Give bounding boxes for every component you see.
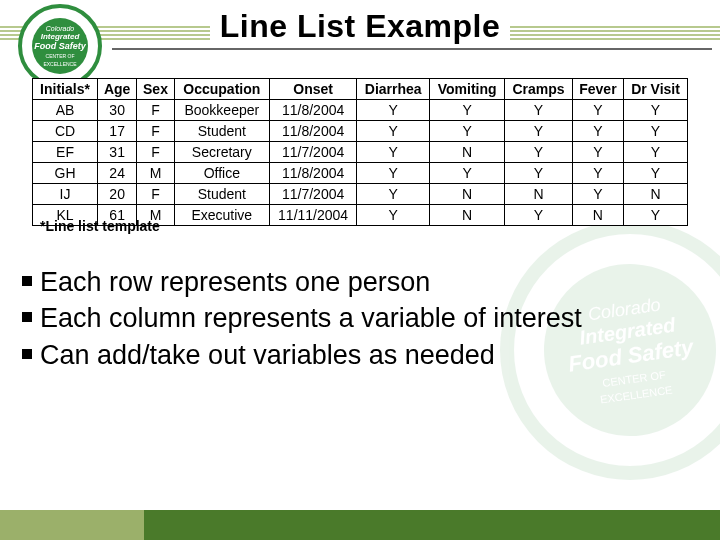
table-cell: Bookkeeper xyxy=(174,100,269,121)
list-item: Each column represents a variable of int… xyxy=(22,300,698,336)
logo-line-3: Food Safety xyxy=(34,41,86,51)
table-cell: Y xyxy=(430,163,505,184)
table-cell: N xyxy=(430,142,505,163)
table-cell: Y xyxy=(572,121,623,142)
table-cell: M xyxy=(137,163,175,184)
table-cell: Y xyxy=(430,100,505,121)
table-cell: 20 xyxy=(98,184,137,205)
bullet-square-icon xyxy=(22,276,32,286)
title-text: Line List Example xyxy=(210,8,511,44)
column-header: Diarrhea xyxy=(357,79,430,100)
table-cell: Y xyxy=(624,205,688,226)
table-cell: Y xyxy=(624,100,688,121)
table-cell: F xyxy=(137,121,175,142)
line-list-table: Initials*AgeSexOccupationOnsetDiarrheaVo… xyxy=(32,78,688,226)
table-cell: Y xyxy=(357,121,430,142)
table-cell: Y xyxy=(624,142,688,163)
table-cell: Y xyxy=(357,184,430,205)
table-cell: Y xyxy=(357,142,430,163)
logo-line-1: Colorado xyxy=(46,25,74,32)
table-cell: Y xyxy=(572,142,623,163)
table-cell: 11/7/2004 xyxy=(269,184,356,205)
logo-line-5: EXCELLENCE xyxy=(43,61,76,67)
table-cell: GH xyxy=(33,163,98,184)
table-cell: Y xyxy=(505,205,573,226)
table-cell: 11/11/2004 xyxy=(269,205,356,226)
column-header: Vomiting xyxy=(430,79,505,100)
table-cell: Y xyxy=(572,184,623,205)
table-row: EF31FSecretary11/7/2004YNYYY xyxy=(33,142,688,163)
table-cell: Y xyxy=(430,121,505,142)
logo-line-2: Integrated xyxy=(41,32,80,41)
table-cell: IJ xyxy=(33,184,98,205)
logo-icon: Colorado Integrated Food Safety CENTER O… xyxy=(18,4,102,88)
table-cell: 17 xyxy=(98,121,137,142)
table-cell: N xyxy=(430,205,505,226)
table-cell: 11/8/2004 xyxy=(269,163,356,184)
table-cell: Y xyxy=(505,121,573,142)
table-row: CD17FStudent11/8/2004YYYYY xyxy=(33,121,688,142)
table-cell: N xyxy=(624,184,688,205)
table-cell: Student xyxy=(174,184,269,205)
logo-line-4: CENTER OF xyxy=(46,53,75,59)
table-cell: F xyxy=(137,184,175,205)
column-header: Onset xyxy=(269,79,356,100)
bullet-text: Each row represents one person xyxy=(40,264,430,300)
table-cell: N xyxy=(430,184,505,205)
table-row: IJ20FStudent11/7/2004YNNYN xyxy=(33,184,688,205)
list-item: Each row represents one person xyxy=(22,264,698,300)
table-cell: Y xyxy=(357,100,430,121)
table-cell: Y xyxy=(624,163,688,184)
footer-band xyxy=(0,488,720,540)
bullet-list: Each row represents one person Each colu… xyxy=(22,264,698,373)
list-item: Can add/take out variables as needed xyxy=(22,337,698,373)
page-title: Line List Example xyxy=(0,8,720,45)
column-header: Fever xyxy=(572,79,623,100)
table-cell: Y xyxy=(505,100,573,121)
table-cell: AB xyxy=(33,100,98,121)
table-cell: 11/8/2004 xyxy=(269,121,356,142)
table-cell: N xyxy=(572,205,623,226)
table-row: AB30FBookkeeper11/8/2004YYYYY xyxy=(33,100,688,121)
table-cell: Y xyxy=(572,163,623,184)
table-cell: 11/8/2004 xyxy=(269,100,356,121)
table-cell: 31 xyxy=(98,142,137,163)
bullet-text: Can add/take out variables as needed xyxy=(40,337,495,373)
table-cell: Secretary xyxy=(174,142,269,163)
table-cell: Y xyxy=(624,121,688,142)
column-header: Occupation xyxy=(174,79,269,100)
table-cell: 30 xyxy=(98,100,137,121)
table-cell: Executive xyxy=(174,205,269,226)
table-cell: 24 xyxy=(98,163,137,184)
column-header: Initials* xyxy=(33,79,98,100)
table-cell: 11/7/2004 xyxy=(269,142,356,163)
bullet-square-icon xyxy=(22,312,32,322)
table-cell: F xyxy=(137,100,175,121)
column-header: Age xyxy=(98,79,137,100)
bullet-square-icon xyxy=(22,349,32,359)
table-cell: EF xyxy=(33,142,98,163)
bullet-text: Each column represents a variable of int… xyxy=(40,300,582,336)
table-cell: Y xyxy=(505,163,573,184)
table-cell: F xyxy=(137,142,175,163)
title-underline xyxy=(112,48,712,50)
table-row: GH24MOffice11/8/2004YYYYY xyxy=(33,163,688,184)
table-cell: CD xyxy=(33,121,98,142)
footnote: *Line list template xyxy=(40,218,160,234)
table-cell: Y xyxy=(357,163,430,184)
column-header: Sex xyxy=(137,79,175,100)
slide: Line List Example Colorado Integrated Fo… xyxy=(0,0,720,540)
table-cell: Office xyxy=(174,163,269,184)
table-cell: Y xyxy=(572,100,623,121)
table-cell: N xyxy=(505,184,573,205)
table-cell: Y xyxy=(357,205,430,226)
column-header: Cramps xyxy=(505,79,573,100)
column-header: Dr Visit xyxy=(624,79,688,100)
table-cell: Student xyxy=(174,121,269,142)
table-cell: Y xyxy=(505,142,573,163)
